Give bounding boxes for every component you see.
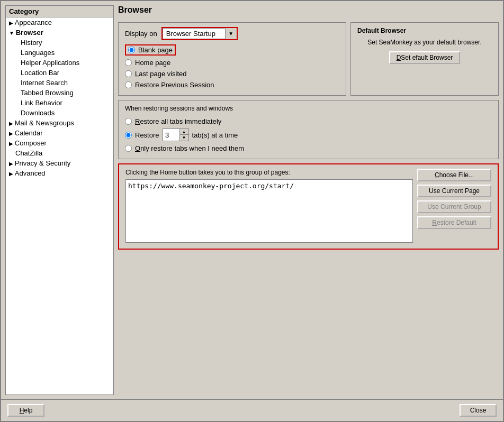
spin-buttons: ▲ ▼ <box>180 129 188 141</box>
tab-count-suffix: tab(s) at a time <box>192 131 238 139</box>
radio-restore-all-label: Restore all tabs immediately <box>135 117 221 125</box>
sidebar-item-browser[interactable]: Browser <box>6 27 113 38</box>
restore-section-title: When restoring sessions and windows <box>125 105 492 112</box>
preferences-dialog: Category Appearance Browser History Lang… <box>0 0 504 422</box>
spin-down-button[interactable]: ▼ <box>180 135 188 141</box>
display-on-dropdown[interactable]: Browser Startup New Window New Tab <box>163 28 237 39</box>
radio-restore-n[interactable]: Restore ▲ ▼ tab(s) at a time <box>125 129 492 141</box>
radio-blank-page-input[interactable] <box>128 47 135 53</box>
home-pages-section: Clicking the Home button takes you to th… <box>118 163 499 250</box>
radio-blank-page[interactable]: Blank page <box>125 44 176 56</box>
radio-restore-session-input[interactable] <box>125 81 132 88</box>
sidebar-item-location-bar[interactable]: Location Bar <box>6 68 113 78</box>
main-content: Browser Display on Browser Startup New W… <box>118 5 499 395</box>
dialog-body: Category Appearance Browser History Lang… <box>1 1 503 399</box>
sidebar-item-mail-newsgroups[interactable]: Mail & Newsgroups <box>6 118 113 128</box>
spin-up-button[interactable]: ▲ <box>180 129 188 135</box>
sidebar-header: Category <box>6 6 113 17</box>
restore-session-section: When restoring sessions and windows Rest… <box>118 100 499 159</box>
radio-restore-all-input[interactable] <box>125 118 132 125</box>
radio-restore-n-input[interactable] <box>125 132 132 139</box>
home-pages-left: Clicking the Home button takes you to th… <box>125 169 413 244</box>
default-browser-title: Default Browser <box>357 27 492 34</box>
display-on-dropdown-wrapper: Browser Startup New Window New Tab ▼ <box>161 27 238 40</box>
tab-count-input[interactable] <box>163 129 180 141</box>
sidebar-item-internet-search[interactable]: Internet Search <box>6 78 113 88</box>
home-pages-label: Clicking the Home button takes you to th… <box>125 169 413 176</box>
home-pages-right: Choose File... Use Current Page Use Curr… <box>417 169 491 244</box>
sidebar-item-link-behavior[interactable]: Link Behavior <box>6 98 113 108</box>
default-browser-text: Set SeaMonkey as your default browser. <box>357 39 492 46</box>
radio-last-page-input[interactable] <box>125 70 132 77</box>
sidebar-item-advanced[interactable]: Advanced <box>6 168 113 178</box>
display-on-section: Display on Browser Startup New Window Ne… <box>118 22 346 96</box>
panel-title: Browser <box>118 5 499 15</box>
sidebar-item-composer[interactable]: Composer <box>6 138 113 148</box>
sidebar-item-languages[interactable]: Languages <box>6 48 113 58</box>
display-on-row: Display on Browser Startup New Window Ne… <box>125 27 339 40</box>
sidebar-item-calendar[interactable]: Calendar <box>6 128 113 138</box>
set-default-browser-button[interactable]: DSet efault Browser <box>389 51 461 64</box>
sidebar-item-history[interactable]: History <box>6 38 113 48</box>
radio-restore-when-needed-label: Only restore tabs when I need them <box>135 144 244 152</box>
close-button[interactable]: Close <box>460 404 497 417</box>
radio-home-page-label: Home page <box>135 59 170 67</box>
radio-last-page-label: Last page visited <box>135 70 187 78</box>
sidebar-item-downloads[interactable]: Downloads <box>6 108 113 118</box>
tab-count-spinner[interactable]: ▲ ▼ <box>163 129 189 141</box>
radio-restore-n-label: Restore <box>135 131 159 139</box>
sidebar-item-appearance[interactable]: Appearance <box>6 17 113 27</box>
use-current-page-button[interactable]: Use Current Page <box>417 185 491 197</box>
radio-home-page[interactable]: Home page <box>125 59 339 67</box>
display-on-label: Display on <box>125 30 157 38</box>
radio-home-page-input[interactable] <box>125 59 132 66</box>
sidebar-item-tabbed-browsing[interactable]: Tabbed Browsing <box>6 88 113 98</box>
radio-restore-when-needed-input[interactable] <box>125 145 132 152</box>
restore-default-button[interactable]: Restore Default <box>417 216 491 229</box>
sidebar-item-helper-applications[interactable]: Helper Applications <box>6 58 113 68</box>
radio-group: Blank page Home page Last page visited <box>125 44 339 89</box>
help-button[interactable]: Help <box>7 404 44 417</box>
radio-restore-session-label: Restore Previous Session <box>135 81 214 89</box>
dialog-footer: Help Close <box>1 399 503 421</box>
home-pages-textarea[interactable] <box>125 179 413 243</box>
use-current-group-button[interactable]: Use Current Group <box>417 200 491 213</box>
sidebar-item-privacy-security[interactable]: Privacy & Security <box>6 158 113 168</box>
radio-restore-all[interactable]: Restore all tabs immediately <box>125 117 492 125</box>
radio-blank-page-label: Blank page <box>138 46 173 54</box>
default-browser-section: Default Browser Set SeaMonkey as your de… <box>350 22 499 96</box>
radio-restore-session[interactable]: Restore Previous Session <box>125 81 339 89</box>
choose-file-button[interactable]: Choose File... <box>417 169 491 181</box>
radio-last-page[interactable]: Last page visited <box>125 70 339 78</box>
restore-radio-group: Restore all tabs immediately Restore ▲ ▼ <box>125 117 492 152</box>
radio-restore-when-needed[interactable]: Only restore tabs when I need them <box>125 144 492 152</box>
top-sections: Display on Browser Startup New Window Ne… <box>118 22 499 96</box>
sidebar-item-chatzilla[interactable]: ChatZilla <box>6 148 113 158</box>
sidebar: Category Appearance Browser History Lang… <box>5 5 114 395</box>
